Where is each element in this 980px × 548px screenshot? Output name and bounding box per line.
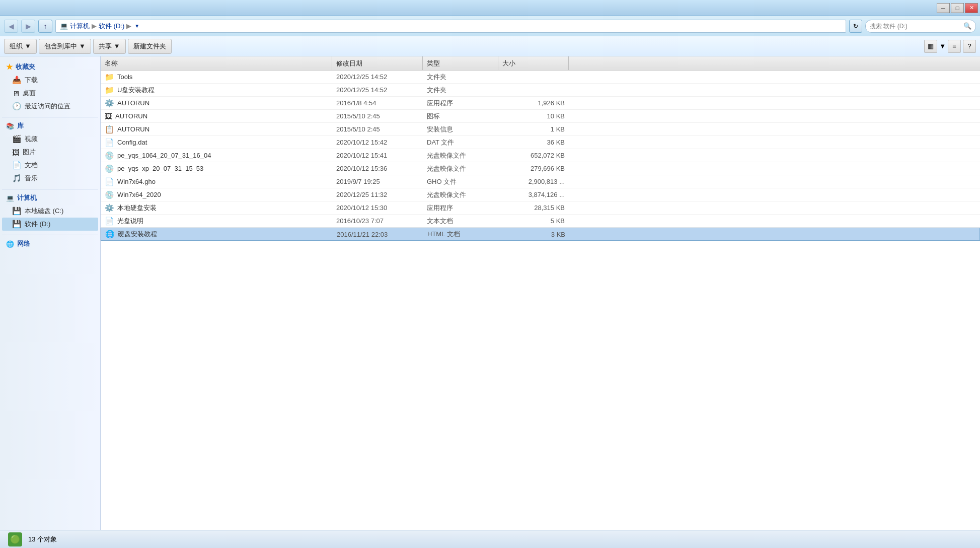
file-size-cell (498, 71, 569, 83)
file-size: 36 KB (547, 139, 565, 146)
music-icon: 🎵 (12, 174, 22, 183)
back-button[interactable]: ◀ (4, 20, 18, 33)
favorites-header[interactable]: ★ 收藏夹 (2, 60, 98, 74)
table-row[interactable]: 📁 Tools 2020/12/25 14:52 文件夹 (101, 71, 980, 84)
local-c-icon: 💾 (12, 207, 22, 216)
toolbar: 组织 ▼ 包含到库中 ▼ 共享 ▼ 新建文件夹 ▦ ▼ ≡ ? (0, 36, 980, 56)
table-row[interactable]: 📄 Config.dat 2020/10/12 15:42 DAT 文件 36 … (101, 136, 980, 149)
breadcrumb-computer[interactable]: 计算机 (70, 22, 90, 31)
file-name-cell: ⚙️ 本地硬盘安装 (101, 201, 332, 214)
col-header-type[interactable]: 类型 (423, 56, 498, 70)
file-list: 📁 Tools 2020/12/25 14:52 文件夹 📁 U盘安装教程 20… (101, 71, 980, 530)
library-header[interactable]: 📚 库 (2, 119, 98, 132)
file-date: 2016/10/23 7:07 (336, 217, 384, 225)
forward-button[interactable]: ▶ (21, 20, 35, 33)
file-date-cell: 2020/12/25 14:52 (332, 71, 423, 83)
file-type-cell: 图标 (423, 110, 498, 122)
file-type-cell: GHO 文件 (423, 175, 498, 188)
include-library-button[interactable]: 包含到库中 ▼ (39, 39, 91, 54)
divider1 (2, 117, 98, 117)
sidebar-item-download[interactable]: 📥 下载 (2, 74, 98, 87)
search-box[interactable]: 🔍 (865, 20, 976, 33)
file-date: 2015/5/10 2:45 (336, 125, 380, 133)
breadcrumb-software[interactable]: 软件 (D:) (99, 22, 124, 31)
favorites-section: ★ 收藏夹 📥 下载 🖥 桌面 🕐 最近访问的位置 (2, 60, 98, 113)
breadcrumb-dropdown[interactable]: ▼ (134, 23, 139, 29)
file-type: 应用程序 (427, 203, 453, 213)
file-name: AUTORUN (117, 125, 149, 133)
file-type-cell: 安装信息 (423, 123, 498, 135)
sidebar-item-doc[interactable]: 📄 文档 (2, 159, 98, 172)
table-row[interactable]: ⚙️ AUTORUN 2016/1/8 4:54 应用程序 1,926 KB (101, 97, 980, 110)
refresh-button[interactable]: ↻ (849, 20, 862, 33)
sidebar-item-software-d[interactable]: 💾 软件 (D:) (2, 218, 98, 231)
file-date-cell: 2016/11/21 22:03 (333, 228, 423, 240)
view-button[interactable]: ▦ (924, 40, 937, 53)
minimize-button[interactable]: ─ (937, 3, 950, 13)
view-dropdown-icon: ▼ (939, 42, 946, 50)
up-button[interactable]: ↑ (38, 20, 52, 33)
library-label: 库 (17, 121, 24, 130)
table-row[interactable]: ⚙️ 本地硬盘安装 2020/10/12 15:30 应用程序 28,315 K… (101, 201, 980, 215)
table-row[interactable]: 📄 光盘说明 2016/10/23 7:07 文本文档 5 KB (101, 215, 980, 228)
file-name-cell: 🖼 AUTORUN (101, 110, 332, 122)
music-label: 音乐 (25, 174, 38, 183)
file-icon: ⚙️ (105, 203, 114, 213)
desktop-label: 桌面 (23, 89, 36, 98)
maximize-button[interactable]: □ (951, 3, 964, 13)
file-date-cell: 2020/10/12 15:36 (332, 162, 423, 175)
file-date-cell: 2015/5/10 2:45 (332, 123, 423, 135)
share-button[interactable]: 共享 ▼ (93, 39, 126, 54)
file-icon: 📄 (105, 138, 114, 147)
file-date-cell: 2016/1/8 4:54 (332, 97, 423, 109)
organize-button[interactable]: 组织 ▼ (4, 39, 37, 54)
sidebar-item-image[interactable]: 🖼 图片 (2, 146, 98, 159)
breadcrumb[interactable]: 💻 计算机 ▶ 软件 (D:) ▶ ▼ (55, 20, 846, 33)
search-input[interactable] (870, 23, 961, 30)
status-app-icon: 🟢 (8, 532, 22, 546)
favorites-label: 收藏夹 (16, 62, 35, 72)
computer-header[interactable]: 💻 计算机 (2, 191, 98, 204)
table-row[interactable]: 📋 AUTORUN 2015/5/10 2:45 安装信息 1 KB (101, 123, 980, 136)
table-row[interactable]: 📄 Win7x64.gho 2019/9/7 19:25 GHO 文件 2,90… (101, 175, 980, 188)
table-row[interactable]: 💿 pe_yqs_1064_20_07_31_16_04 2020/10/12 … (101, 149, 980, 162)
file-size: 1,926 KB (538, 99, 565, 107)
file-icon: ⚙️ (105, 99, 114, 108)
file-size-cell: 10 KB (498, 110, 569, 122)
new-folder-button[interactable]: 新建文件夹 (128, 39, 172, 54)
table-row[interactable]: 🌐 硬盘安装教程 2016/11/21 22:03 HTML 文档 3 KB (101, 228, 980, 241)
help-button[interactable]: ? (963, 40, 976, 53)
file-date-cell: 2020/12/25 11:32 (332, 188, 423, 201)
forward-icon: ▶ (26, 22, 31, 30)
network-section: 🌐 网络 (2, 237, 98, 250)
col-header-size[interactable]: 大小 (498, 56, 569, 70)
close-button[interactable]: ✕ (965, 3, 978, 13)
file-type: 光盘映像文件 (427, 190, 466, 199)
network-header[interactable]: 🌐 网络 (2, 237, 98, 250)
file-name: pe_yqs_xp_20_07_31_15_53 (117, 165, 203, 172)
file-name: 本地硬盘安装 (117, 203, 157, 213)
file-date-cell: 2020/12/25 14:52 (332, 84, 423, 96)
details-button[interactable]: ≡ (948, 40, 961, 53)
sidebar-item-music[interactable]: 🎵 音乐 (2, 172, 98, 185)
recent-label: 最近访问的位置 (25, 102, 70, 111)
col-header-name[interactable]: 名称 (101, 56, 332, 70)
new-folder-label: 新建文件夹 (133, 42, 166, 51)
sidebar-item-local-c[interactable]: 💾 本地磁盘 (C:) (2, 204, 98, 218)
col-header-modified[interactable]: 修改日期 (332, 56, 423, 70)
file-size-cell: 36 KB (498, 136, 569, 149)
file-name: Win7x64_2020 (117, 191, 161, 198)
file-date: 2019/9/7 19:25 (336, 178, 380, 185)
table-row[interactable]: 🖼 AUTORUN 2015/5/10 2:45 图标 10 KB (101, 110, 980, 123)
file-name: AUTORUN (115, 112, 147, 120)
table-row[interactable]: 💿 Win7x64_2020 2020/12/25 11:32 光盘映像文件 3… (101, 188, 980, 201)
file-type: 应用程序 (427, 99, 453, 108)
sidebar-item-recent[interactable]: 🕐 最近访问的位置 (2, 100, 98, 113)
table-row[interactable]: 📁 U盘安装教程 2020/12/25 14:52 文件夹 (101, 84, 980, 97)
file-name-cell: 📄 Config.dat (101, 136, 332, 149)
sidebar-item-desktop[interactable]: 🖥 桌面 (2, 87, 98, 100)
file-type: GHO 文件 (427, 177, 457, 186)
table-row[interactable]: 💿 pe_yqs_xp_20_07_31_15_53 2020/10/12 15… (101, 162, 980, 175)
sidebar-item-video[interactable]: 🎬 视频 (2, 132, 98, 146)
include-library-label: 包含到库中 (44, 42, 77, 51)
